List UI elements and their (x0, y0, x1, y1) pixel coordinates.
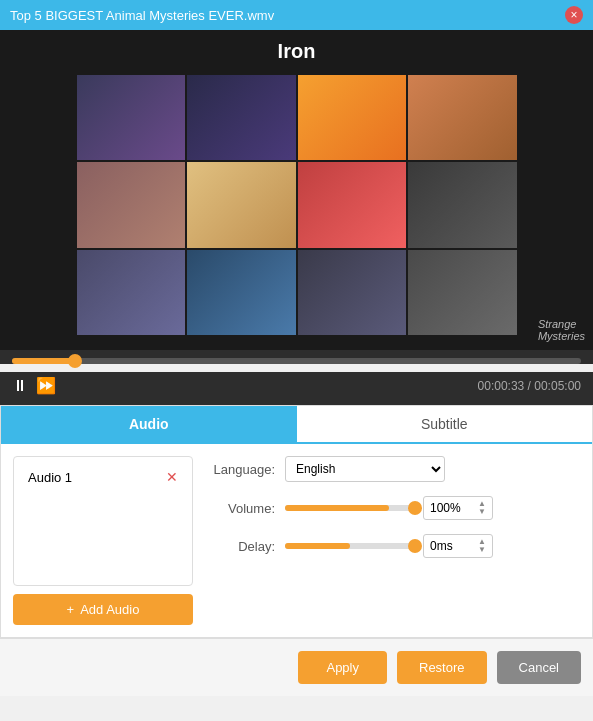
controls-bar: ⏸ ⏩ 00:00:33 / 00:05:00 (0, 372, 593, 405)
language-label: Language: (205, 462, 275, 477)
volume-slider-track[interactable] (285, 505, 415, 511)
video-cell (298, 75, 407, 160)
audio-list-container: Audio 1 ✕ + Add Audio (13, 456, 193, 625)
delay-control: 0ms ▲ ▼ (285, 534, 493, 558)
audio-item: Audio 1 ✕ (22, 465, 184, 489)
volume-value-box[interactable]: 100% ▲ ▼ (423, 496, 493, 520)
video-cell (408, 162, 517, 247)
tab-audio[interactable]: Audio (1, 406, 297, 442)
video-cell (187, 250, 296, 335)
panel-body: Audio 1 ✕ + Add Audio Language: English … (1, 444, 592, 637)
volume-spinners: ▲ ▼ (478, 500, 486, 516)
language-select[interactable]: English French Spanish German Chinese Ja… (285, 456, 445, 482)
audio-item-remove-button[interactable]: ✕ (166, 469, 178, 485)
video-cell (408, 75, 517, 160)
progress-track[interactable] (12, 358, 581, 364)
close-button[interactable]: × (565, 6, 583, 24)
bottom-bar: Apply Restore Cancel (0, 638, 593, 696)
cancel-button[interactable]: Cancel (497, 651, 581, 684)
time-display: 00:00:33 / 00:05:00 (478, 379, 581, 393)
delay-slider-fill (285, 543, 350, 549)
add-audio-button[interactable]: + Add Audio (13, 594, 193, 625)
delay-slider-thumb (408, 539, 422, 553)
play-pause-button[interactable]: ⏸ (12, 377, 28, 395)
video-cell (298, 162, 407, 247)
add-audio-icon: + (67, 602, 75, 617)
window-title: Top 5 BIGGEST Animal Mysteries EVER.wmv (10, 8, 565, 23)
delay-value: 0ms (430, 539, 453, 553)
tab-subtitle[interactable]: Subtitle (297, 406, 593, 442)
volume-slider-fill (285, 505, 389, 511)
delay-spinners: ▲ ▼ (478, 538, 486, 554)
volume-down-button[interactable]: ▼ (478, 508, 486, 516)
video-title: Iron (278, 40, 316, 63)
video-thumbnail (77, 75, 517, 335)
video-cell (77, 162, 186, 247)
delay-down-button[interactable]: ▼ (478, 546, 486, 554)
volume-slider-thumb (408, 501, 422, 515)
add-audio-label: Add Audio (80, 602, 139, 617)
title-bar: Top 5 BIGGEST Animal Mysteries EVER.wmv … (0, 0, 593, 30)
apply-button[interactable]: Apply (298, 651, 387, 684)
delay-row: Delay: 0ms ▲ ▼ (205, 534, 580, 558)
language-row: Language: English French Spanish German … (205, 456, 580, 482)
watermark: StrangeMysteries (538, 318, 585, 342)
progress-area (0, 350, 593, 364)
delay-label: Delay: (205, 539, 275, 554)
video-cell (408, 250, 517, 335)
settings-panel: Audio Subtitle Audio 1 ✕ + Add Audio Lan… (0, 405, 593, 638)
language-control: English French Spanish German Chinese Ja… (285, 456, 445, 482)
volume-control: 100% ▲ ▼ (285, 496, 493, 520)
delay-value-box[interactable]: 0ms ▲ ▼ (423, 534, 493, 558)
video-cell (77, 75, 186, 160)
video-cell (298, 250, 407, 335)
progress-thumb (68, 354, 82, 368)
video-container: Iron StrangeMysteries (0, 30, 593, 350)
tabs: Audio Subtitle (1, 406, 592, 444)
restore-button[interactable]: Restore (397, 651, 487, 684)
video-cell (77, 250, 186, 335)
progress-fill (12, 358, 75, 364)
audio-settings: Language: English French Spanish German … (205, 456, 580, 625)
volume-label: Volume: (205, 501, 275, 516)
video-cell (187, 75, 296, 160)
video-cell (187, 162, 296, 247)
volume-row: Volume: 100% ▲ ▼ (205, 496, 580, 520)
volume-value: 100% (430, 501, 461, 515)
audio-item-label: Audio 1 (28, 470, 72, 485)
fast-forward-button[interactable]: ⏩ (36, 376, 56, 395)
controls-left: ⏸ ⏩ (12, 376, 56, 395)
delay-slider-track[interactable] (285, 543, 415, 549)
audio-list: Audio 1 ✕ (13, 456, 193, 586)
